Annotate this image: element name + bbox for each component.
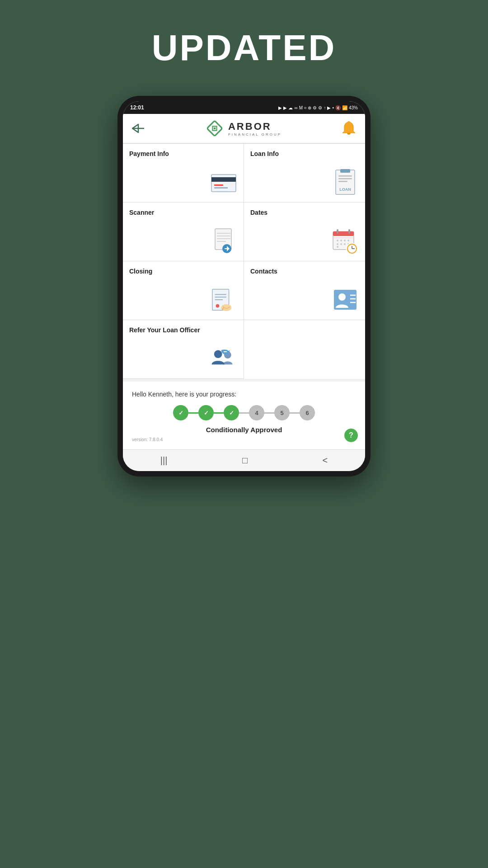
menu-item-scanner[interactable]: Scanner bbox=[123, 203, 244, 261]
step-connector-5 bbox=[290, 412, 300, 414]
menu-item-payment-info[interactable]: Payment Info bbox=[123, 144, 244, 203]
scanner-label: Scanner bbox=[129, 209, 154, 216]
progress-status: Conditionally Approved bbox=[132, 426, 356, 434]
status-bar: 12:01 ▶▶☁∞M≈⊕⚙⚙↑▶•🔇📶43% bbox=[123, 101, 365, 114]
svg-point-35 bbox=[337, 243, 338, 245]
logo-name: ARBOR bbox=[228, 121, 282, 132]
progress-steps: ✓ ✓ ✓ 4 5 6 bbox=[132, 405, 356, 420]
phone-frame: 12:01 ▶▶☁∞M≈⊕⚙⚙↑▶•🔇📶43% bbox=[117, 96, 371, 476]
progress-greeting: Hello Kenneth, here is your progress: bbox=[132, 391, 356, 398]
svg-point-50 bbox=[216, 304, 220, 308]
svg-rect-14 bbox=[338, 175, 352, 177]
svg-point-33 bbox=[344, 240, 346, 241]
progress-section: Hello Kenneth, here is your progress: ✓ … bbox=[123, 379, 365, 449]
svg-text:LOAN: LOAN bbox=[339, 187, 351, 192]
svg-rect-8 bbox=[211, 177, 236, 182]
loan-info-label: Loan Info bbox=[250, 150, 279, 157]
svg-point-32 bbox=[340, 240, 342, 241]
svg-rect-15 bbox=[338, 178, 352, 179]
phone-screen: 12:01 ▶▶☁∞M≈⊕⚙⚙↑▶•🔇📶43% bbox=[123, 101, 365, 471]
logo-subtitle: FINANCIAL GROUP bbox=[228, 132, 282, 137]
menu-item-dates[interactable]: Dates bbox=[244, 203, 365, 261]
status-time: 12:01 bbox=[130, 104, 144, 111]
step-5: 5 bbox=[274, 405, 290, 420]
svg-point-39 bbox=[337, 246, 338, 248]
bell-icon bbox=[341, 120, 357, 137]
svg-rect-7 bbox=[211, 175, 236, 192]
svg-point-37 bbox=[344, 243, 346, 245]
menu-grid: Payment Info Loan Info bbox=[123, 143, 365, 379]
svg-rect-28 bbox=[337, 229, 338, 234]
svg-point-52 bbox=[338, 293, 346, 301]
version-text: version: 7.8.0.4 bbox=[132, 437, 356, 442]
nav-back-icon[interactable]: < bbox=[323, 455, 328, 466]
loan-icon: LOAN bbox=[332, 169, 359, 196]
menu-item-contacts[interactable]: Contacts bbox=[244, 261, 365, 320]
svg-point-34 bbox=[347, 240, 349, 241]
nav-menu-icon[interactable]: ||| bbox=[160, 455, 168, 466]
step-6: 6 bbox=[300, 405, 315, 420]
logo-text: ARBOR FINANCIAL GROUP bbox=[228, 121, 282, 137]
closing-label: Closing bbox=[129, 268, 152, 275]
svg-rect-10 bbox=[214, 187, 228, 189]
step-connector-3 bbox=[239, 412, 249, 414]
payment-icon bbox=[210, 169, 237, 196]
nav-bar: ||| □ < bbox=[123, 449, 365, 471]
svg-point-48 bbox=[221, 304, 231, 311]
svg-rect-16 bbox=[338, 181, 347, 182]
logo-area: ARBOR FINANCIAL GROUP bbox=[205, 118, 282, 138]
contacts-label: Contacts bbox=[250, 268, 277, 275]
help-button[interactable]: ? bbox=[344, 429, 358, 442]
svg-point-6 bbox=[347, 121, 350, 124]
back-arrow-icon bbox=[132, 124, 145, 133]
menu-item-refer-loan-officer[interactable]: Refer Your Loan Officer bbox=[123, 320, 244, 379]
refer-loan-officer-label: Refer Your Loan Officer bbox=[129, 326, 200, 334]
svg-rect-11 bbox=[214, 184, 217, 186]
svg-rect-13 bbox=[340, 169, 350, 173]
closing-icon bbox=[210, 286, 237, 313]
contacts-icon bbox=[332, 286, 359, 313]
back-button[interactable] bbox=[130, 120, 146, 137]
dates-label: Dates bbox=[250, 209, 267, 216]
status-icons: ▶▶☁∞M≈⊕⚙⚙↑▶•🔇📶43% bbox=[278, 105, 358, 110]
dates-icon bbox=[332, 227, 359, 255]
app-header: ARBOR FINANCIAL GROUP bbox=[123, 114, 365, 143]
arbor-logo-icon bbox=[205, 118, 225, 138]
svg-point-31 bbox=[337, 240, 338, 241]
svg-point-36 bbox=[340, 243, 342, 245]
step-1: ✓ bbox=[173, 405, 188, 420]
svg-rect-27 bbox=[333, 231, 354, 236]
notification-button[interactable] bbox=[340, 119, 358, 137]
svg-point-56 bbox=[214, 350, 222, 358]
step-connector-4 bbox=[264, 412, 274, 414]
scanner-icon bbox=[210, 227, 237, 255]
step-connector-2 bbox=[214, 412, 224, 414]
payment-info-label: Payment Info bbox=[129, 150, 169, 157]
page-title: UPDATED bbox=[152, 27, 337, 69]
svg-rect-29 bbox=[348, 229, 350, 234]
nav-home-icon[interactable]: □ bbox=[242, 455, 248, 466]
refer-icon bbox=[210, 345, 237, 372]
step-3: ✓ bbox=[224, 405, 239, 420]
menu-item-closing[interactable]: Closing bbox=[123, 261, 244, 320]
step-4: 4 bbox=[249, 405, 264, 420]
menu-item-loan-info[interactable]: Loan Info LOAN bbox=[244, 144, 365, 203]
step-connector-1 bbox=[188, 412, 198, 414]
step-2: ✓ bbox=[198, 405, 214, 420]
